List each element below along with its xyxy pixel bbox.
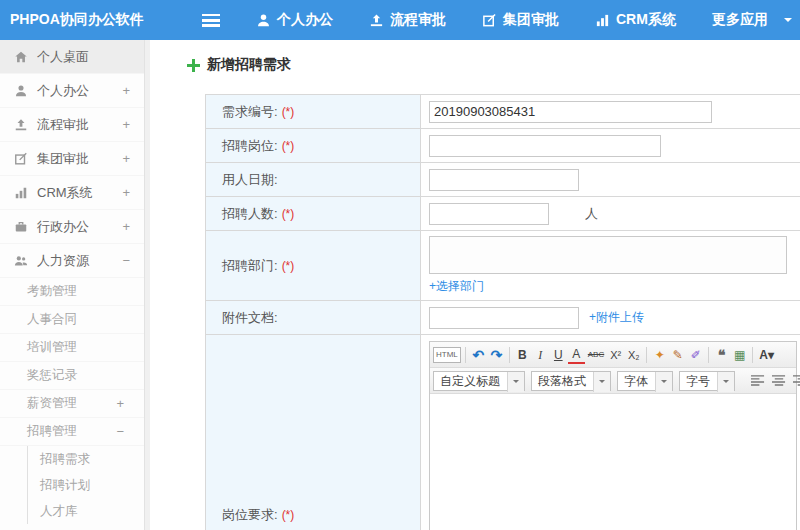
chevron-down-icon: [784, 18, 792, 26]
expand-toggle[interactable]: +: [122, 83, 130, 98]
form-row: 招聘岗位: (*): [206, 129, 800, 163]
plus-icon: [187, 59, 200, 72]
expand-toggle[interactable]: +: [116, 396, 124, 411]
align-buttons: [749, 371, 800, 391]
sidebar-item-salary[interactable]: 薪资管理 +: [0, 390, 144, 418]
sidebar-item-personal-desktop[interactable]: 个人桌面: [0, 40, 144, 74]
page-title: 新增招聘需求: [150, 40, 800, 88]
sidebar-item-training[interactable]: 培训管理: [0, 334, 144, 362]
headcount-input[interactable]: [429, 203, 549, 225]
form-row: 招聘部门: (*) +选择部门: [206, 231, 800, 301]
expand-toggle[interactable]: +: [122, 151, 130, 166]
sidebar-item-recruit-demand[interactable]: 招聘需求: [28, 446, 144, 472]
required-marker: (*): [282, 508, 295, 522]
collapse-toggle[interactable]: −: [122, 253, 130, 268]
font-family-select[interactable]: 字体: [617, 371, 673, 391]
nav-workflow-approval[interactable]: 流程审批: [369, 11, 446, 29]
expand-toggle[interactable]: +: [122, 219, 130, 234]
chevron-down-icon: [593, 372, 610, 392]
upload-icon: [14, 117, 29, 132]
hire-date-input[interactable]: [429, 169, 579, 191]
html-source-button[interactable]: HTML: [433, 347, 461, 363]
field-label: 岗位要求:: [222, 506, 278, 524]
sidebar-item-recruit-mgmt[interactable]: 招聘管理 −: [0, 418, 144, 446]
nav-personal-office[interactable]: 个人办公: [256, 11, 333, 29]
toolbar-separator: [646, 347, 647, 363]
align-left-button[interactable]: [749, 371, 767, 391]
demand-number-input[interactable]: [429, 101, 712, 123]
nav-crm[interactable]: CRM系统: [595, 11, 676, 29]
editor-toolbar-2: 自定义标题 段落格式 字体 字号: [430, 368, 796, 394]
attachment-input[interactable]: [429, 307, 579, 329]
redo-button[interactable]: ↷: [488, 345, 505, 365]
undo-button[interactable]: ↶: [470, 345, 487, 365]
table-button[interactable]: ▦: [731, 345, 748, 365]
page-title-text: 新增招聘需求: [207, 56, 291, 74]
subscript-button[interactable]: X₂: [625, 345, 642, 365]
chevron-down-icon: [655, 372, 672, 392]
expand-toggle[interactable]: +: [122, 185, 130, 200]
font-size-select[interactable]: 字号: [679, 371, 735, 391]
sidebar-item-workflow-approval[interactable]: 流程审批 +: [0, 108, 144, 142]
sidebar-item-hr[interactable]: 人力资源 −: [0, 244, 144, 278]
department-textarea[interactable]: [429, 236, 787, 274]
sidebar-item-group-approval[interactable]: 集团审批 +: [0, 142, 144, 176]
job-requirements-editor-body[interactable]: [430, 394, 796, 530]
nav-group-approval[interactable]: 集团审批: [482, 11, 559, 29]
recruit-demand-form: 需求编号: (*) 招聘岗位: (*) 用人日期:: [205, 94, 800, 530]
upload-icon: [369, 13, 384, 28]
sidebar: 个人桌面 个人办公 + 流程审批 + 集团审批 + CRM系统 + 行政办公 +…: [0, 40, 145, 530]
highlight-button[interactable]: ✐: [687, 345, 704, 365]
sidebar-item-attendance[interactable]: 考勤管理: [0, 278, 144, 306]
select-department-link[interactable]: +选择部门: [429, 278, 484, 295]
field-label: 需求编号:: [222, 103, 278, 121]
format-painter-button[interactable]: ✎: [669, 345, 686, 365]
form-row: 需求编号: (*): [206, 95, 800, 129]
paragraph-format-select[interactable]: 段落格式: [531, 371, 611, 391]
user-icon: [14, 83, 29, 98]
sidebar-item-crm[interactable]: CRM系统 +: [0, 176, 144, 210]
sidebar-item-rewards[interactable]: 奖惩记录: [0, 362, 144, 390]
main-content: 新增招聘需求 需求编号: (*) 招聘岗位: (*) 用人日期:: [145, 40, 800, 530]
sidebar-item-personal-office[interactable]: 个人办公 +: [0, 74, 144, 108]
remove-format-button[interactable]: ✦: [651, 345, 668, 365]
nav-more-apps[interactable]: 更多应用: [712, 11, 792, 29]
collapse-toggle[interactable]: −: [116, 424, 124, 439]
blockquote-button[interactable]: ❝: [713, 345, 730, 365]
bar-chart-icon: [14, 185, 29, 200]
expand-toggle[interactable]: +: [122, 117, 130, 132]
heading-select[interactable]: 自定义标题: [433, 371, 525, 391]
sidebar-item-recruit-plan[interactable]: 招聘计划: [28, 472, 144, 498]
align-right-button[interactable]: [791, 371, 800, 391]
required-marker: (*): [282, 105, 295, 119]
sidebar-item-talent-pool[interactable]: 人才库: [28, 498, 144, 524]
strikethrough-button[interactable]: ABC: [586, 345, 606, 365]
toolbar-separator: [708, 347, 709, 363]
form-row: 招聘人数: (*) 人: [206, 197, 800, 231]
home-icon: [14, 49, 29, 64]
superscript-button[interactable]: X²: [607, 345, 624, 365]
align-center-button[interactable]: [770, 371, 788, 391]
chevron-down-icon: [717, 372, 734, 392]
attachment-upload-link[interactable]: +附件上传: [589, 309, 644, 326]
menu-icon[interactable]: [202, 14, 220, 27]
recruit-submenu: 招聘需求 招聘计划 人才库: [27, 446, 144, 524]
rich-text-editor: HTML ↶ ↷ B I U A ABC X² X₂ ✦: [429, 341, 797, 530]
font-color-button[interactable]: A: [568, 346, 585, 364]
bar-chart-icon: [595, 13, 610, 28]
italic-button[interactable]: I: [532, 345, 549, 365]
form-row: 用人日期:: [206, 163, 800, 197]
field-label: 招聘人数:: [222, 205, 278, 223]
job-position-input[interactable]: [429, 135, 661, 157]
field-label: 招聘岗位:: [222, 137, 278, 155]
sidebar-item-contracts[interactable]: 人事合同: [0, 306, 144, 334]
sidebar-item-admin-office[interactable]: 行政办公 +: [0, 210, 144, 244]
font-style-dropdown-button[interactable]: A▾: [757, 345, 776, 365]
form-row: 附件文档: +附件上传: [206, 301, 800, 335]
field-label: 附件文档:: [222, 309, 278, 327]
edit-icon: [14, 151, 29, 166]
briefcase-icon: [14, 219, 29, 234]
required-marker: (*): [282, 207, 295, 221]
bold-button[interactable]: B: [514, 345, 531, 365]
underline-button[interactable]: U: [550, 345, 567, 365]
